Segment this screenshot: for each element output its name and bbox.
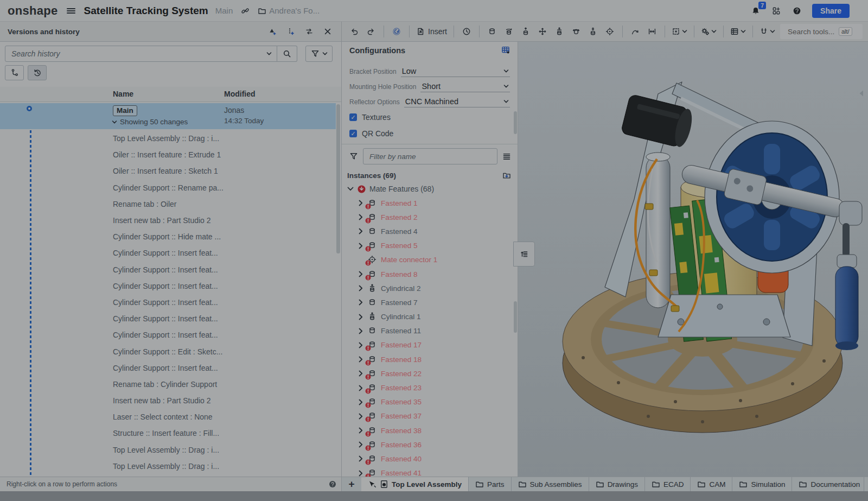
history-scrollbar[interactable]: [336, 104, 340, 253]
mate-feature-row[interactable]: Fastened 8: [342, 267, 513, 281]
notifications-button[interactable]: 7: [750, 5, 761, 16]
mate-connector-button[interactable]: [603, 24, 617, 39]
chevron-right-icon[interactable]: [358, 328, 364, 334]
history-row[interactable]: Cylinder Support :: Rename pa...: [0, 180, 336, 196]
history-row[interactable]: Structure :: Insert feature : Fill...: [0, 425, 336, 441]
config-scrollbar[interactable]: [514, 111, 517, 134]
new-tab-button[interactable]: +: [342, 477, 361, 491]
chevron-right-icon[interactable]: [358, 413, 364, 420]
close-panel-button[interactable]: [321, 24, 335, 39]
history-row[interactable]: Cylinder Support :: Edit : Sketc...: [0, 343, 336, 359]
chevron-right-icon[interactable]: [358, 228, 364, 234]
document-tab-parts[interactable]: Parts: [469, 477, 512, 491]
history-search-button[interactable]: [277, 46, 297, 62]
chevron-right-icon[interactable]: [358, 441, 364, 448]
share-button[interactable]: Share: [812, 4, 850, 18]
ball-mate-button[interactable]: [569, 24, 583, 39]
mate-feature-row[interactable]: Fastened 2: [342, 210, 513, 224]
apps-button[interactable]: [771, 5, 782, 16]
insert-button[interactable]: Insert: [415, 24, 448, 39]
mate-feature-row[interactable]: Fastened 36: [342, 437, 513, 452]
history-row[interactable]: Oiler :: Insert feature : Sketch 1: [0, 163, 336, 179]
history-row[interactable]: Cylinder Support :: Insert feat...: [0, 360, 336, 376]
search-tools[interactable]: alt/: [780, 24, 863, 39]
rollback-button[interactable]: [390, 24, 404, 39]
folder-breadcrumb[interactable]: Andrea's Fo...: [258, 6, 320, 15]
mate-features-group[interactable]: Mate Features (68): [347, 183, 434, 195]
showing-changes-toggle[interactable]: Showing 50 changes: [112, 118, 188, 126]
structure-tree-toggle[interactable]: [513, 242, 535, 267]
instance-filter-input[interactable]: [368, 152, 492, 161]
mate-feature-row[interactable]: Fastened 38: [342, 423, 513, 437]
mate-feature-row[interactable]: Fastened 35: [342, 395, 513, 409]
cylindrical-mate-button[interactable]: [552, 24, 566, 39]
chevron-right-icon[interactable]: [358, 285, 364, 291]
display-states-button[interactable]: [700, 24, 718, 39]
mounting-hole-position-select[interactable]: Short: [420, 82, 510, 92]
history-row[interactable]: Oiler :: Insert feature : Extrude 1: [0, 147, 336, 163]
history-search-field[interactable]: [5, 46, 277, 62]
create-version-button[interactable]: [265, 24, 279, 39]
mate-feature-row[interactable]: Fastened 11: [342, 324, 513, 338]
reflector-options-select[interactable]: CNC Machined: [404, 97, 510, 107]
add-folder-icon[interactable]: [502, 171, 511, 180]
main-menu-button[interactable]: [65, 5, 77, 16]
history-row[interactable]: Insert new tab : Part Studio 2: [0, 212, 336, 229]
document-tab-documentation[interactable]: Documentation: [792, 477, 864, 491]
chevron-right-icon[interactable]: [358, 399, 364, 405]
chevron-right-icon[interactable]: [358, 385, 364, 391]
configured-features-button[interactable]: [500, 45, 511, 55]
document-tab-ecad[interactable]: ECAD: [645, 477, 691, 491]
chevron-right-icon[interactable]: [358, 243, 364, 249]
history-row[interactable]: Cylinder Support :: Insert feat...: [0, 278, 336, 294]
list-view-icon[interactable]: [502, 152, 511, 161]
3d-viewport[interactable]: [518, 42, 868, 477]
chevron-right-icon[interactable]: [358, 214, 364, 220]
history-view-toggle[interactable]: [28, 65, 47, 80]
selected-version-row[interactable]: Main Showing 50 changes Jonas 14:32 Toda…: [0, 103, 336, 129]
chevron-right-icon[interactable]: [358, 455, 364, 462]
history-row[interactable]: Cylinder Support :: Hide mate ...: [0, 229, 336, 245]
history-row[interactable]: Cylinder Support :: Insert feat...: [0, 294, 336, 310]
mate-feature-row[interactable]: Fastened 41: [342, 466, 513, 477]
search-tools-input[interactable]: [787, 27, 839, 36]
mate-feature-row[interactable]: Fastened 18: [342, 352, 513, 366]
filter-icon[interactable]: [349, 152, 358, 161]
history-row[interactable]: Rename tab : Oiler: [0, 196, 336, 212]
history-row[interactable]: Cylinder Support :: Insert feat...: [0, 327, 336, 343]
chevron-right-icon[interactable]: [358, 299, 364, 306]
chevron-right-icon[interactable]: [358, 342, 364, 348]
mate-feature-row[interactable]: Fastened 23: [342, 380, 513, 395]
revolute-mate-button[interactable]: [502, 24, 516, 39]
document-tab-top-level-assembly[interactable]: Top Level Assembly: [361, 477, 469, 491]
help-circle-icon[interactable]: [329, 480, 336, 488]
slider-mate-button[interactable]: [519, 24, 533, 39]
explode-view-button[interactable]: [671, 24, 688, 39]
chevron-down-icon[interactable]: [266, 52, 272, 55]
appearance-time-button[interactable]: [459, 24, 474, 39]
chevron-right-icon[interactable]: [358, 427, 364, 434]
history-row[interactable]: Cylinder Support :: Insert feat...: [0, 245, 336, 261]
history-search-input[interactable]: [10, 49, 266, 59]
chevron-right-icon[interactable]: [358, 314, 364, 320]
redo-button[interactable]: [364, 24, 378, 39]
copy-link-button[interactable]: [240, 5, 251, 16]
mate-feature-row[interactable]: Fastened 5: [342, 239, 513, 253]
chevron-right-icon[interactable]: [358, 370, 364, 377]
history-row[interactable]: Cylinder Support :: Insert feat...: [0, 262, 336, 278]
document-tab-cam[interactable]: CAM: [691, 477, 732, 491]
document-tab-sub-assemblies[interactable]: Sub Assemblies: [512, 477, 589, 491]
chevron-right-icon[interactable]: [358, 200, 364, 206]
measure-button[interactable]: [645, 24, 659, 39]
history-row[interactable]: Cylinder Support :: Insert feat...: [0, 310, 336, 327]
textures-checkbox[interactable]: ✓ Textures: [349, 109, 393, 125]
version-node[interactable]: [27, 106, 32, 111]
undo-button[interactable]: [347, 24, 361, 39]
mate-feature-row[interactable]: Fastened 17: [342, 338, 513, 352]
chevron-right-icon[interactable]: [358, 356, 364, 363]
mate-feature-row[interactable]: Cylindrical 1: [342, 310, 513, 324]
instance-filter-field[interactable]: [363, 148, 497, 164]
history-row[interactable]: Top Level Assembly :: Drag : i...: [0, 130, 336, 147]
mate-feature-row[interactable]: Mate connector 1: [342, 253, 513, 267]
branch-view-toggle[interactable]: [5, 65, 24, 80]
